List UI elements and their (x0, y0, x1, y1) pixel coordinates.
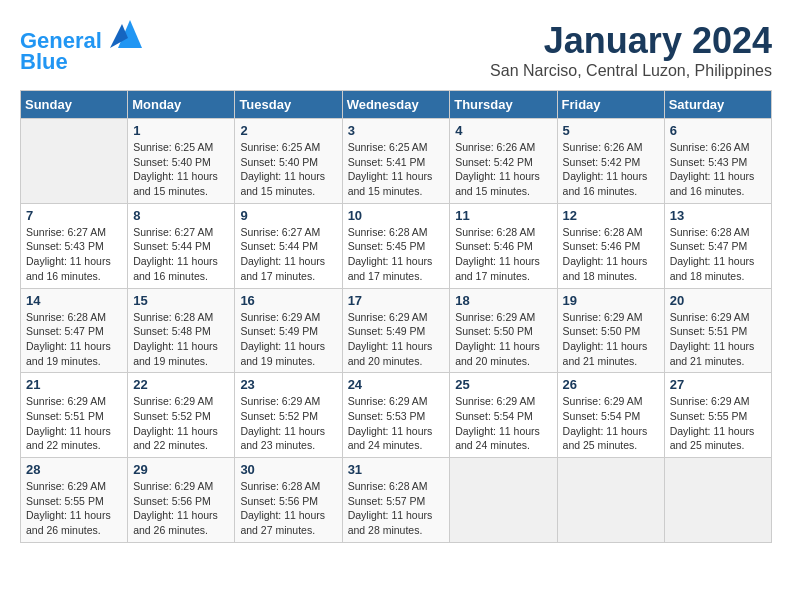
calendar-cell: 22Sunrise: 6:29 AMSunset: 5:52 PMDayligh… (128, 373, 235, 458)
logo-icon (110, 20, 142, 48)
calendar-cell: 17Sunrise: 6:29 AMSunset: 5:49 PMDayligh… (342, 288, 450, 373)
calendar-cell: 19Sunrise: 6:29 AMSunset: 5:50 PMDayligh… (557, 288, 664, 373)
calendar-cell: 15Sunrise: 6:28 AMSunset: 5:48 PMDayligh… (128, 288, 235, 373)
day-number: 1 (133, 123, 229, 138)
day-info: Sunrise: 6:29 AMSunset: 5:50 PMDaylight:… (563, 310, 659, 369)
day-number: 31 (348, 462, 445, 477)
day-number: 20 (670, 293, 766, 308)
calendar-cell: 20Sunrise: 6:29 AMSunset: 5:51 PMDayligh… (664, 288, 771, 373)
calendar-cell: 7Sunrise: 6:27 AMSunset: 5:43 PMDaylight… (21, 203, 128, 288)
calendar-cell: 27Sunrise: 6:29 AMSunset: 5:55 PMDayligh… (664, 373, 771, 458)
day-number: 3 (348, 123, 445, 138)
calendar-cell: 4Sunrise: 6:26 AMSunset: 5:42 PMDaylight… (450, 119, 557, 204)
day-number: 4 (455, 123, 551, 138)
calendar-cell: 31Sunrise: 6:28 AMSunset: 5:57 PMDayligh… (342, 458, 450, 543)
day-info: Sunrise: 6:29 AMSunset: 5:51 PMDaylight:… (670, 310, 766, 369)
day-number: 26 (563, 377, 659, 392)
day-info: Sunrise: 6:29 AMSunset: 5:52 PMDaylight:… (240, 394, 336, 453)
day-number: 15 (133, 293, 229, 308)
day-info: Sunrise: 6:29 AMSunset: 5:50 PMDaylight:… (455, 310, 551, 369)
calendar-cell: 10Sunrise: 6:28 AMSunset: 5:45 PMDayligh… (342, 203, 450, 288)
calendar-cell: 23Sunrise: 6:29 AMSunset: 5:52 PMDayligh… (235, 373, 342, 458)
day-info: Sunrise: 6:26 AMSunset: 5:42 PMDaylight:… (455, 140, 551, 199)
day-number: 12 (563, 208, 659, 223)
calendar-cell: 26Sunrise: 6:29 AMSunset: 5:54 PMDayligh… (557, 373, 664, 458)
day-number: 11 (455, 208, 551, 223)
calendar-cell: 9Sunrise: 6:27 AMSunset: 5:44 PMDaylight… (235, 203, 342, 288)
calendar-cell: 14Sunrise: 6:28 AMSunset: 5:47 PMDayligh… (21, 288, 128, 373)
day-info: Sunrise: 6:28 AMSunset: 5:46 PMDaylight:… (563, 225, 659, 284)
day-info: Sunrise: 6:29 AMSunset: 5:53 PMDaylight:… (348, 394, 445, 453)
column-header-tuesday: Tuesday (235, 91, 342, 119)
day-info: Sunrise: 6:25 AMSunset: 5:40 PMDaylight:… (240, 140, 336, 199)
day-number: 22 (133, 377, 229, 392)
day-info: Sunrise: 6:29 AMSunset: 5:49 PMDaylight:… (348, 310, 445, 369)
day-info: Sunrise: 6:29 AMSunset: 5:55 PMDaylight:… (26, 479, 122, 538)
calendar-cell: 29Sunrise: 6:29 AMSunset: 5:56 PMDayligh… (128, 458, 235, 543)
column-header-sunday: Sunday (21, 91, 128, 119)
calendar-row-2: 7Sunrise: 6:27 AMSunset: 5:43 PMDaylight… (21, 203, 772, 288)
column-header-thursday: Thursday (450, 91, 557, 119)
day-info: Sunrise: 6:25 AMSunset: 5:40 PMDaylight:… (133, 140, 229, 199)
day-number: 29 (133, 462, 229, 477)
column-header-monday: Monday (128, 91, 235, 119)
calendar-header-row: SundayMondayTuesdayWednesdayThursdayFrid… (21, 91, 772, 119)
day-info: Sunrise: 6:25 AMSunset: 5:41 PMDaylight:… (348, 140, 445, 199)
day-number: 5 (563, 123, 659, 138)
day-number: 2 (240, 123, 336, 138)
day-info: Sunrise: 6:28 AMSunset: 5:56 PMDaylight:… (240, 479, 336, 538)
day-info: Sunrise: 6:28 AMSunset: 5:47 PMDaylight:… (26, 310, 122, 369)
calendar-table: SundayMondayTuesdayWednesdayThursdayFrid… (20, 90, 772, 543)
column-header-friday: Friday (557, 91, 664, 119)
day-number: 6 (670, 123, 766, 138)
logo: General Blue (20, 20, 142, 75)
calendar-row-5: 28Sunrise: 6:29 AMSunset: 5:55 PMDayligh… (21, 458, 772, 543)
day-number: 7 (26, 208, 122, 223)
day-number: 28 (26, 462, 122, 477)
day-number: 8 (133, 208, 229, 223)
calendar-cell: 11Sunrise: 6:28 AMSunset: 5:46 PMDayligh… (450, 203, 557, 288)
day-number: 27 (670, 377, 766, 392)
calendar-cell: 21Sunrise: 6:29 AMSunset: 5:51 PMDayligh… (21, 373, 128, 458)
calendar-cell (664, 458, 771, 543)
calendar-cell: 30Sunrise: 6:28 AMSunset: 5:56 PMDayligh… (235, 458, 342, 543)
calendar-cell: 3Sunrise: 6:25 AMSunset: 5:41 PMDaylight… (342, 119, 450, 204)
day-info: Sunrise: 6:29 AMSunset: 5:49 PMDaylight:… (240, 310, 336, 369)
calendar-cell: 28Sunrise: 6:29 AMSunset: 5:55 PMDayligh… (21, 458, 128, 543)
calendar-cell: 6Sunrise: 6:26 AMSunset: 5:43 PMDaylight… (664, 119, 771, 204)
calendar-cell: 8Sunrise: 6:27 AMSunset: 5:44 PMDaylight… (128, 203, 235, 288)
day-number: 16 (240, 293, 336, 308)
calendar-cell: 18Sunrise: 6:29 AMSunset: 5:50 PMDayligh… (450, 288, 557, 373)
day-number: 14 (26, 293, 122, 308)
calendar-cell (21, 119, 128, 204)
calendar-cell: 1Sunrise: 6:25 AMSunset: 5:40 PMDaylight… (128, 119, 235, 204)
calendar-cell: 25Sunrise: 6:29 AMSunset: 5:54 PMDayligh… (450, 373, 557, 458)
day-info: Sunrise: 6:28 AMSunset: 5:47 PMDaylight:… (670, 225, 766, 284)
day-number: 19 (563, 293, 659, 308)
day-info: Sunrise: 6:27 AMSunset: 5:44 PMDaylight:… (240, 225, 336, 284)
calendar-subtitle: San Narciso, Central Luzon, Philippines (490, 62, 772, 80)
column-header-wednesday: Wednesday (342, 91, 450, 119)
day-info: Sunrise: 6:28 AMSunset: 5:45 PMDaylight:… (348, 225, 445, 284)
title-section: January 2024 San Narciso, Central Luzon,… (490, 20, 772, 80)
day-number: 21 (26, 377, 122, 392)
column-header-saturday: Saturday (664, 91, 771, 119)
calendar-cell: 13Sunrise: 6:28 AMSunset: 5:47 PMDayligh… (664, 203, 771, 288)
calendar-cell: 12Sunrise: 6:28 AMSunset: 5:46 PMDayligh… (557, 203, 664, 288)
day-info: Sunrise: 6:28 AMSunset: 5:57 PMDaylight:… (348, 479, 445, 538)
day-number: 30 (240, 462, 336, 477)
day-info: Sunrise: 6:28 AMSunset: 5:48 PMDaylight:… (133, 310, 229, 369)
day-number: 9 (240, 208, 336, 223)
day-number: 25 (455, 377, 551, 392)
day-number: 13 (670, 208, 766, 223)
day-info: Sunrise: 6:29 AMSunset: 5:56 PMDaylight:… (133, 479, 229, 538)
day-info: Sunrise: 6:27 AMSunset: 5:43 PMDaylight:… (26, 225, 122, 284)
day-number: 23 (240, 377, 336, 392)
day-info: Sunrise: 6:29 AMSunset: 5:52 PMDaylight:… (133, 394, 229, 453)
calendar-cell: 2Sunrise: 6:25 AMSunset: 5:40 PMDaylight… (235, 119, 342, 204)
day-number: 18 (455, 293, 551, 308)
calendar-cell (557, 458, 664, 543)
day-info: Sunrise: 6:29 AMSunset: 5:51 PMDaylight:… (26, 394, 122, 453)
day-info: Sunrise: 6:28 AMSunset: 5:46 PMDaylight:… (455, 225, 551, 284)
calendar-row-4: 21Sunrise: 6:29 AMSunset: 5:51 PMDayligh… (21, 373, 772, 458)
